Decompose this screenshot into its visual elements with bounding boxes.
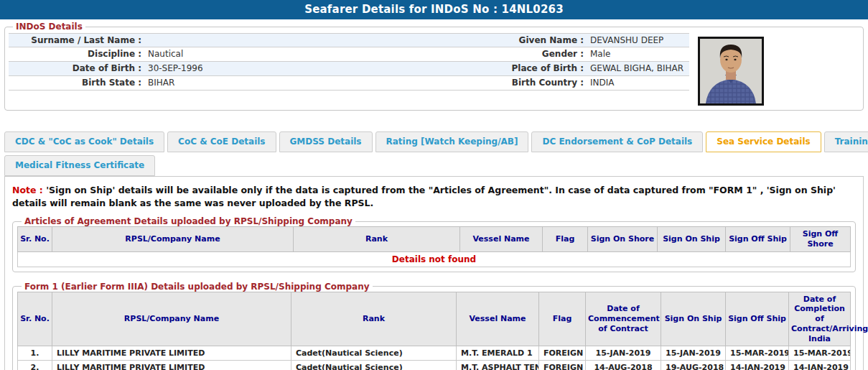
form1-details-legend: Form 1 (Earlier Form IIIA) Details uploa…: [22, 282, 373, 292]
discipline-value: Nautical: [146, 47, 468, 61]
cell-date-commencement: 15-JAN-2019: [586, 346, 661, 361]
date-of-birth-label: Date of Birth :: [9, 62, 146, 75]
form1-col-vessel: Vessel Name: [457, 292, 539, 346]
tab-coc-coe-details[interactable]: CoC & CoE Details: [167, 131, 276, 152]
table-row: 1. LILLY MARITIME PRIVATE LIMITED Cadet(…: [18, 346, 851, 361]
form1-details-fieldset: Form 1 (Earlier Form IIIA) Details uploa…: [12, 282, 856, 370]
given-name-value: DEVANSHU DEEP: [589, 34, 689, 47]
tab-row-2: Medical Fitness Certificate: [4, 155, 864, 176]
form1-col-rank: Rank: [291, 292, 457, 346]
cell-vessel: M.T. EMERALD 1: [457, 346, 539, 361]
note-label: Note :: [12, 185, 43, 195]
indos-details-body: Surname / Last Name : Given Name : DEVAN…: [9, 33, 859, 106]
articles-col-vessel: Vessel Name: [460, 227, 543, 252]
detail-row-discipline-gender: Discipline : Nautical Gender : Male: [9, 47, 689, 62]
cell-date-commencement: 14-AUG-2018: [586, 361, 661, 370]
cell-sign-on-ship: 19-AUG-2018: [661, 361, 726, 370]
tab-bar: CDC & "CoC as Cook" Details CoC & CoE De…: [4, 131, 864, 176]
cell-flag: FOREIGN: [539, 346, 586, 361]
articles-col-sign-off-shore: Sign Off Shore: [790, 227, 851, 252]
tab-rating-watch-keeping-ab[interactable]: Rating [Watch Keeping/AB]: [375, 131, 529, 152]
form1-col-company: RPSL/Company Name: [52, 292, 291, 346]
articles-of-agreement-legend: Articles of Agreement Details uploaded b…: [22, 216, 355, 226]
cell-vessel: M.T. ASPHALT TEN: [457, 361, 539, 370]
seafarer-photo: [698, 37, 764, 106]
tab-cdc-coc-as-cook-details[interactable]: CDC & "CoC as Cook" Details: [4, 131, 164, 152]
birth-country-value: INDIA: [589, 76, 689, 90]
details-not-found-message: Details not found: [18, 251, 851, 267]
gender-label: Gender :: [468, 47, 589, 61]
place-of-birth-label: Place of Birth :: [468, 62, 589, 75]
detail-row-birthstate-birthcountry: Birth State : BIHAR Birth Country : INDI…: [9, 76, 689, 91]
cell-sign-off-ship: 15-MAR-2019: [726, 346, 789, 361]
tab-training-details[interactable]: Training Details: [824, 131, 868, 152]
articles-of-agreement-fieldset: Articles of Agreement Details uploaded b…: [12, 216, 856, 272]
articles-of-agreement-table: Sr. No. RPSL/Company Name Rank Vessel Na…: [17, 226, 851, 267]
detail-row-surname-givenname: Surname / Last Name : Given Name : DEVAN…: [9, 33, 689, 47]
cell-date-completion: 15-MAR-2019: [789, 346, 851, 361]
cell-date-completion: 14-JAN-2019: [789, 361, 851, 370]
sign-on-ship-note: Note : 'Sign on Ship' details will be av…: [12, 184, 856, 209]
form1-col-date-completion: Date of Completion of Contract/Arriving …: [789, 292, 851, 346]
articles-empty-row: Details not found: [18, 251, 851, 267]
birth-state-value: BIHAR: [146, 76, 468, 90]
tab-dc-endorsement-cop-details[interactable]: DC Endorsement & CoP Details: [531, 131, 703, 152]
cell-sign-off-ship: 14-JAN-2019: [726, 361, 789, 370]
discipline-label: Discipline :: [9, 47, 146, 61]
tab-gmdss-details[interactable]: GMDSS Details: [279, 131, 373, 152]
cell-sr-no: 1.: [18, 346, 52, 361]
tab-row-1: CDC & "CoC as Cook" Details CoC & CoE De…: [4, 131, 864, 152]
cell-rank: Cadet(Nautical Science): [291, 346, 457, 361]
cell-sr-no: 2.: [18, 361, 52, 370]
form1-details-table: Sr. No. RPSL/Company Name Rank Vessel Na…: [17, 292, 851, 370]
seafarer-photo-graphic: [700, 39, 762, 103]
articles-col-sign-on-shore: Sign On Shore: [588, 227, 658, 252]
form1-col-sign-off-ship: Sign Off Ship: [726, 292, 789, 346]
cell-flag: FOREIGN: [539, 361, 586, 370]
articles-col-sign-on-ship: Sign On Ship: [658, 227, 726, 252]
detail-row-dob-placeofbirth: Date of Birth : 30-SEP-1996 Place of Bir…: [9, 62, 689, 76]
indos-detail-rows: Surname / Last Name : Given Name : DEVAN…: [9, 33, 689, 91]
articles-col-sign-off-ship: Sign Off Ship: [726, 227, 790, 252]
articles-col-sr-no: Sr. No.: [18, 227, 52, 252]
articles-header-row: Sr. No. RPSL/Company Name Rank Vessel Na…: [18, 227, 851, 252]
birth-state-label: Birth State :: [9, 76, 146, 90]
cell-company: LILLY MARITIME PRIVATE LIMITED: [52, 361, 291, 370]
table-row: 2. LILLY MARITIME PRIVATE LIMITED Cadet(…: [18, 361, 851, 370]
articles-col-company: RPSL/Company Name: [52, 227, 294, 252]
date-of-birth-value: 30-SEP-1996: [146, 62, 468, 75]
tab-content-panel: Note : 'Sign on Ship' details will be av…: [4, 176, 864, 370]
cell-sign-on-ship: 15-JAN-2019: [661, 346, 726, 361]
surname-label: Surname / Last Name :: [9, 34, 146, 47]
indos-details-fieldset: INDoS Details Surname / Last Name : Give…: [4, 22, 864, 111]
cell-rank: Cadet(Nautical Science): [291, 361, 457, 370]
articles-col-rank: Rank: [294, 227, 460, 252]
form1-col-sign-on-ship: Sign On Ship: [661, 292, 726, 346]
gender-value: Male: [589, 47, 689, 61]
place-of-birth-value: GEWAL BIGHA, BIHAR: [589, 62, 689, 75]
surname-value: [146, 34, 468, 47]
given-name-label: Given Name :: [468, 34, 589, 47]
birth-country-label: Birth Country :: [468, 76, 589, 90]
cell-company: LILLY MARITIME PRIVATE LIMITED: [52, 346, 291, 361]
form1-col-sr-no: Sr. No.: [18, 292, 52, 346]
form1-header-row: Sr. No. RPSL/Company Name Rank Vessel Na…: [18, 292, 851, 346]
indos-details-legend: INDoS Details: [13, 22, 85, 32]
articles-col-flag: Flag: [543, 227, 588, 252]
tab-medical-fitness-certificate[interactable]: Medical Fitness Certificate: [4, 155, 155, 176]
note-text: 'Sign on Ship' details will be available…: [12, 185, 836, 208]
form1-col-date-commencement: Date of Commencement of Contract: [586, 292, 661, 346]
form1-col-flag: Flag: [539, 292, 586, 346]
page-title: Seafarer Details for INDoS No : 14NL0263: [0, 0, 868, 19]
tab-sea-service-details[interactable]: Sea Service Details: [706, 131, 821, 152]
